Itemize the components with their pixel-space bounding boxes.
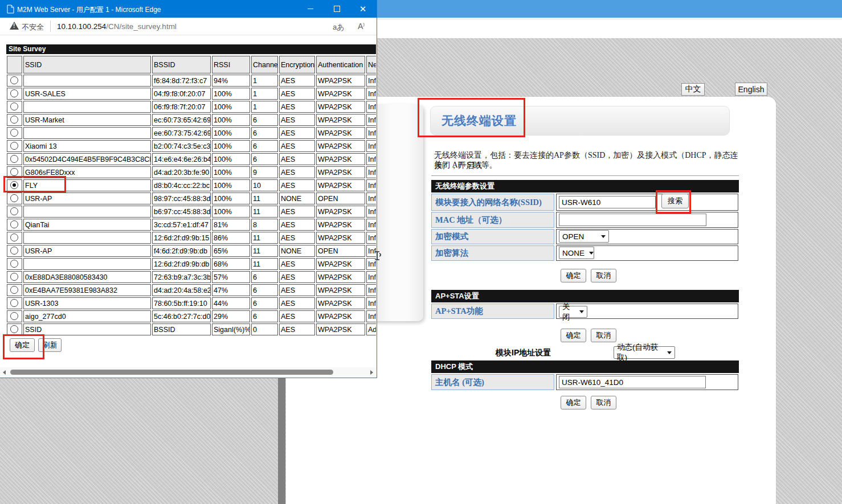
- table-row: ee:60:73:75:42:69100%6AESWPA2PSKInfra: [7, 127, 376, 139]
- cell-ssid: QianTai: [23, 219, 151, 231]
- sta-cancel-button[interactable]: 取消: [591, 269, 616, 282]
- cell-ssid: USR-AP: [23, 192, 151, 204]
- radio[interactable]: [10, 76, 18, 84]
- edge-titlebar[interactable]: M2M Web Server - 用户配置 1 - Microsoft Edge…: [0, 0, 377, 18]
- chevron-down-icon: [589, 252, 594, 255]
- cell-channel: 11: [251, 232, 278, 244]
- radio[interactable]: [10, 233, 18, 241]
- cell-bssid: 04:f9:f8:0f:20:07: [152, 88, 211, 100]
- row-radio-cell: [7, 75, 22, 87]
- encryption-algorithm-value: NONE: [562, 249, 585, 257]
- font-size-icon[interactable]: aあ: [333, 22, 345, 32]
- section-header-dhcp: DHCP 模式: [431, 360, 739, 373]
- radio[interactable]: [10, 207, 18, 215]
- cell-channel: 6: [251, 127, 278, 139]
- row-radio-cell: [7, 245, 22, 257]
- cell-authentication: OPEN: [316, 192, 365, 204]
- cell-bssid: 12:6d:2f:d9:9b:db: [152, 258, 211, 270]
- radio[interactable]: [10, 116, 18, 124]
- radio[interactable]: [10, 247, 18, 255]
- scroll-left-arrow-icon[interactable]: [3, 370, 6, 375]
- hostname-input[interactable]: [559, 376, 706, 388]
- cell-rssi: 100%: [212, 140, 250, 152]
- cell-channel: 11: [251, 258, 278, 270]
- radio[interactable]: [10, 312, 18, 320]
- maximize-button[interactable]: [324, 0, 350, 18]
- row-radio-cell: [7, 323, 22, 335]
- radio[interactable]: [10, 273, 18, 281]
- radio[interactable]: [10, 194, 18, 202]
- cell-rssi: 100%: [212, 166, 250, 178]
- mouse-cursor: [373, 251, 383, 265]
- row-radio-cell: [7, 258, 22, 270]
- radio[interactable]: [10, 168, 18, 176]
- row-radio-cell: [7, 206, 22, 218]
- language-english-button[interactable]: English: [735, 83, 767, 96]
- read-aloud-icon[interactable]: A): [358, 22, 365, 31]
- cell-channel: 6: [251, 284, 278, 296]
- cell-bssid: 12:6d:2f:d9:9b:15: [152, 232, 211, 244]
- scroll-right-arrow-icon[interactable]: [370, 370, 373, 375]
- scrollbar-thumb[interactable]: [10, 370, 333, 375]
- cell-bssid: ee:60:73:75:42:69: [152, 127, 211, 139]
- minimize-button[interactable]: [297, 0, 324, 18]
- encryption-mode-select[interactable]: OPEN: [559, 230, 609, 243]
- col-authentication: Authentication: [316, 56, 365, 73]
- cell-channel: 0: [251, 323, 278, 335]
- cell-ssid: 0xE88DA3E88080583430: [23, 271, 151, 283]
- ssid-input[interactable]: [559, 196, 656, 208]
- cell-encryption: AES: [279, 284, 315, 296]
- cell-ssid: [23, 232, 151, 244]
- radio[interactable]: [10, 220, 18, 228]
- radio[interactable]: [10, 89, 18, 97]
- annotation-box-fly-row: [3, 176, 66, 192]
- table-row: QianTai3c:cd:57:e1:df:4781%8AESWPA2PSKIn…: [7, 219, 376, 231]
- ip-mode-select[interactable]: 动态(自动获取): [614, 346, 675, 359]
- apsta-cancel-button[interactable]: 取消: [591, 329, 616, 342]
- close-button[interactable]: ✕: [350, 0, 376, 18]
- cell-net-type: Ad: [366, 323, 376, 335]
- radio[interactable]: [10, 260, 18, 268]
- apsta-ok-button[interactable]: 确定: [561, 329, 586, 342]
- row-radio-cell: [7, 232, 22, 244]
- cell-bssid: ec:60:73:65:42:69: [152, 114, 211, 126]
- apsta-cancel-label: 取消: [596, 330, 611, 341]
- radio[interactable]: [10, 299, 18, 307]
- read-aloud-letter: A: [358, 22, 363, 31]
- encryption-algorithm-select[interactable]: NONE: [559, 247, 594, 259]
- cell-encryption: AES: [279, 88, 315, 100]
- radio[interactable]: [10, 129, 18, 137]
- cell-rssi: 57%: [212, 271, 250, 283]
- page-vertical-scrollbar[interactable]: [278, 378, 285, 504]
- url-field[interactable]: 10.10.100.254/CN/site_survey.html: [57, 22, 177, 31]
- apsta-function-select[interactable]: 关闭: [559, 306, 587, 318]
- radio[interactable]: [10, 325, 18, 333]
- cell-bssid: f6:84:8d:72:f3:c7: [152, 75, 211, 87]
- cell-authentication: WPA2PSK: [316, 153, 365, 165]
- horizontal-scrollbar[interactable]: [0, 367, 377, 377]
- radio[interactable]: [10, 286, 18, 294]
- row-radio-cell: [7, 271, 22, 283]
- cell-ssid: [23, 258, 151, 270]
- cell-channel: 6: [251, 297, 278, 309]
- row-radio-cell: [7, 310, 22, 322]
- language-chinese-button[interactable]: 中文: [681, 83, 705, 96]
- cell-channel: 9: [251, 166, 278, 178]
- dhcp-cancel-button[interactable]: 取消: [591, 396, 616, 409]
- radio[interactable]: [10, 142, 18, 150]
- cell-encryption: AES: [279, 127, 315, 139]
- language-chinese-label: 中文: [685, 84, 701, 95]
- cell-authentication: WPA2PSK: [316, 258, 365, 270]
- sta-ok-button[interactable]: 确定: [561, 269, 586, 282]
- cell-encryption: AES: [279, 219, 315, 231]
- mac-input[interactable]: [559, 214, 706, 226]
- radio[interactable]: [10, 103, 18, 110]
- radio[interactable]: [10, 155, 18, 163]
- dhcp-ok-button[interactable]: 确定: [561, 396, 586, 409]
- cell-bssid: 3c:cd:57:e1:df:47: [152, 219, 211, 231]
- edge-urlbar: 不安全 10.10.100.254/CN/site_survey.html aあ…: [0, 18, 377, 35]
- hostname-label: 主机名 (可选): [431, 374, 554, 390]
- urlbar-divider: [50, 21, 51, 32]
- cell-ssid: 0xE4BAA7E59381E983A832: [23, 284, 151, 296]
- cell-ssid: Xiaomi 13: [23, 140, 151, 152]
